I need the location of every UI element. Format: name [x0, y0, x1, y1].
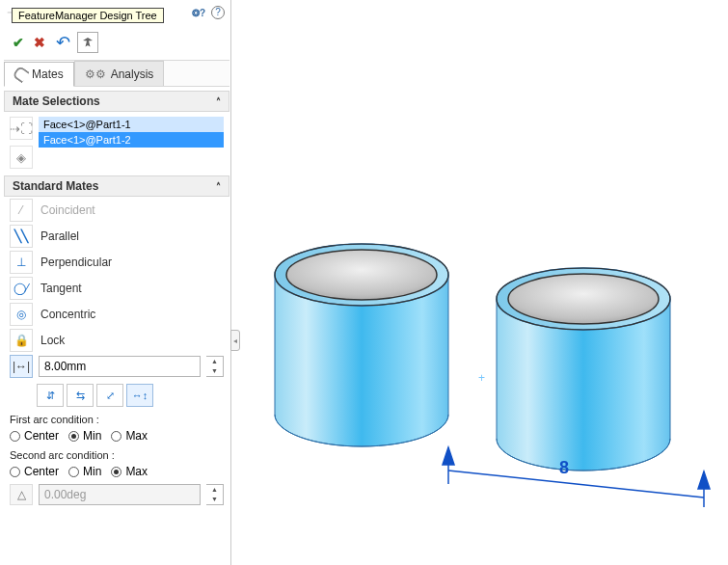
cylinder-part-1[interactable] — [275, 244, 448, 446]
chevron-up-icon[interactable]: ▲ — [206, 357, 223, 366]
distance-input[interactable]: 8.00mm — [39, 356, 201, 377]
flip-dimension-2[interactable]: ⇆ — [67, 384, 94, 407]
section-header-standard-mates[interactable]: Standard Mates ˄ — [4, 175, 229, 197]
ok-button[interactable]: ✔ — [10, 34, 27, 51]
lock-icon: 🔒 — [10, 329, 33, 352]
mate-coincident[interactable]: ∕ Coincident — [4, 197, 229, 223]
mate-parallel[interactable]: ╲╲ Parallel — [4, 223, 229, 249]
angle-icon[interactable]: △ — [10, 484, 33, 505]
tab-analysis[interactable]: ⚙⚙ Analysis — [74, 61, 165, 86]
selection-list[interactable]: Face<1>@Part1-1 Face<1>@Part1-2 — [39, 117, 224, 161]
coincident-icon: ∕ — [10, 199, 33, 222]
mate-label: Concentric — [40, 308, 95, 321]
mate-tangent[interactable]: ◯⁄ Tangent — [4, 275, 229, 301]
mate-perpendicular[interactable]: ⊥ Perpendicular — [4, 249, 229, 275]
paperclip-icon — [12, 66, 30, 84]
concentric-icon: ◎ — [10, 303, 33, 326]
chevron-down-icon[interactable]: ▼ — [206, 366, 223, 376]
flip-buttons-row: ⇵ ⇆ ⤢ ↔↕ — [4, 380, 229, 411]
angle-spinner[interactable]: ▲▼ — [206, 484, 224, 505]
context-help-icon[interactable]: ❂? — [192, 8, 205, 18]
svg-line-8 — [448, 471, 704, 498]
section-title: Mate Selections — [13, 94, 100, 108]
radio-label: Min — [83, 429, 101, 443]
pin-button[interactable] — [77, 32, 98, 53]
first-arc-center[interactable]: Center — [10, 429, 59, 443]
parallel-icon: ╲╲ — [10, 225, 33, 248]
radio-label: Max — [125, 429, 148, 443]
mate-label: Lock — [40, 334, 65, 347]
first-arc-condition: Center Min Max — [4, 425, 229, 446]
tooltip: FeatureManager Design Tree — [12, 8, 164, 23]
radio-label: Center — [24, 429, 59, 443]
tangent-icon: ◯⁄ — [10, 277, 33, 300]
second-arc-min[interactable]: Min — [68, 465, 101, 478]
angle-input: 0.00deg — [39, 484, 201, 505]
gears-icon: ⚙⚙ — [85, 67, 106, 81]
radio-label: Max — [125, 465, 148, 478]
radio-label: Min — [83, 465, 101, 478]
cylinder-part-2[interactable] — [497, 268, 670, 471]
3d-viewport[interactable] — [231, 0, 728, 565]
tab-mates-label: Mates — [32, 67, 64, 81]
multi-mate-icon[interactable]: ◈ — [10, 146, 33, 169]
chevron-down-icon[interactable]: ▼ — [206, 495, 223, 504]
chevron-up-icon[interactable]: ▲ — [206, 485, 223, 495]
undo-button[interactable]: ↶ — [52, 32, 73, 53]
entity-selector-icon[interactable]: ⇢⛶ — [10, 117, 33, 140]
second-arc-label: Second arc condition : — [4, 446, 229, 461]
pin-icon — [83, 38, 93, 47]
tab-mates[interactable]: Mates — [4, 62, 74, 87]
mate-label: Parallel — [40, 229, 79, 243]
flip-dimension-3[interactable]: ⤢ — [96, 384, 123, 407]
first-arc-label: First arc condition : — [4, 411, 229, 425]
distance-spinner[interactable]: ▲▼ — [206, 356, 224, 377]
tab-bar: Mates ⚙⚙ Analysis — [4, 60, 229, 87]
tab-analysis-label: Analysis — [111, 67, 154, 81]
first-arc-min[interactable]: Min — [68, 429, 101, 443]
help-icon[interactable]: ? — [211, 6, 225, 19]
mate-distance: |↔| 8.00mm ▲▼ — [4, 353, 229, 380]
mate-label: Tangent — [40, 282, 82, 295]
second-arc-condition: Center Min Max — [4, 461, 229, 482]
svg-point-1 — [286, 250, 437, 300]
chevron-up-icon: ˄ — [216, 181, 221, 192]
svg-marker-10 — [698, 471, 710, 489]
selection-item-2[interactable]: Face<1>@Part1-2 — [39, 132, 224, 148]
property-panel: ⎯⎯⎯ ❂? ? FeatureManager Design Tree ✔ ✖ … — [2, 0, 231, 565]
svg-point-4 — [508, 274, 659, 324]
perpendicular-icon: ⊥ — [10, 251, 33, 274]
section-title: Standard Mates — [13, 179, 98, 193]
mate-label: Perpendicular — [40, 256, 112, 269]
3d-scene — [231, 0, 728, 565]
panel-resize-grip[interactable]: ◂ — [230, 330, 240, 351]
mate-label: Coincident — [40, 203, 95, 217]
second-arc-max[interactable]: Max — [111, 465, 148, 478]
first-arc-max[interactable]: Max — [111, 429, 148, 443]
distance-icon[interactable]: |↔| — [10, 355, 33, 378]
second-arc-center[interactable]: Center — [10, 465, 59, 478]
mate-angle: △ 0.00deg ▲▼ — [4, 482, 229, 507]
origin-marker: + — [478, 371, 485, 385]
selection-item-1[interactable]: Face<1>@Part1-1 — [39, 117, 224, 132]
cancel-button[interactable]: ✖ — [31, 34, 48, 51]
flip-dimension-1[interactable]: ⇵ — [37, 384, 64, 407]
mate-concentric[interactable]: ◎ Concentric — [4, 301, 229, 327]
dimension-value[interactable]: 8 — [559, 458, 569, 478]
flip-dimension-4[interactable]: ↔↕ — [126, 384, 153, 407]
chevron-up-icon: ˄ — [216, 96, 221, 107]
section-header-mate-selections[interactable]: Mate Selections ˄ — [4, 91, 229, 112]
radio-label: Center — [24, 465, 59, 478]
mate-lock[interactable]: 🔒 Lock — [4, 327, 229, 353]
svg-marker-7 — [443, 447, 454, 465]
